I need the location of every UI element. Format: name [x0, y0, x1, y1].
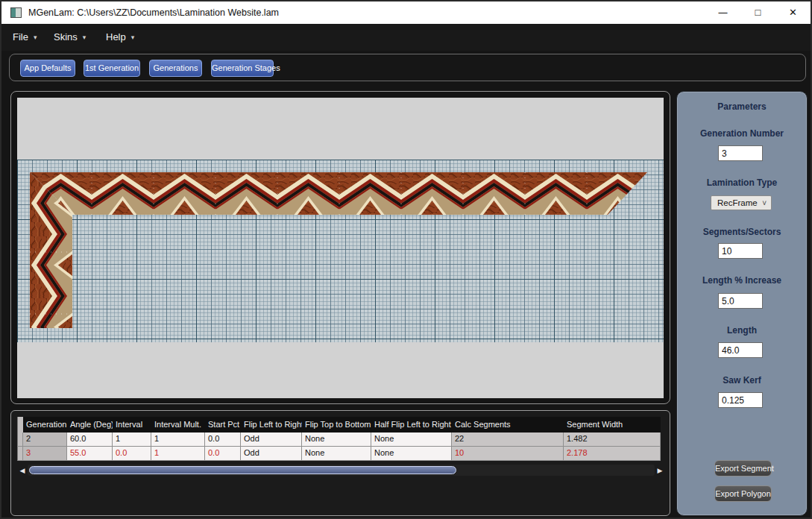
length-label: Length	[677, 325, 807, 336]
table-cell[interactable]: 22	[452, 432, 564, 447]
chevron-down-icon: ▾	[131, 34, 135, 41]
row-selector-header	[17, 417, 23, 432]
col-header-angle: Angle (Deg)	[67, 417, 113, 432]
table-cell[interactable]: None	[302, 447, 371, 461]
col-header-calc-segments: Calc Segments	[452, 417, 564, 432]
table-cell[interactable]: 3	[23, 447, 67, 461]
row-selector[interactable]	[17, 447, 23, 461]
table-cell[interactable]: Odd	[241, 432, 302, 447]
col-header-start-pct: Start Pct	[205, 417, 241, 432]
table-cell[interactable]: 1	[151, 432, 205, 447]
table-cell[interactable]: None	[371, 447, 452, 461]
lamination-canvas	[17, 98, 664, 398]
window-title: MGenLam: C:\Users\ZZ\Documents\Laminatio…	[28, 1, 279, 24]
length-pct-increase-input[interactable]	[718, 293, 763, 309]
col-header-interval-mult: Interval Mult.	[151, 417, 205, 432]
chevron-down-icon: ˅	[762, 197, 767, 210]
table-cell[interactable]: 55.0	[67, 447, 113, 461]
generation-number-input[interactable]	[718, 145, 763, 161]
lamination-canvas-panel	[10, 91, 670, 404]
scrollbar-thumb[interactable]	[29, 466, 456, 474]
export-segment-button[interactable]: Export Segment	[714, 460, 772, 476]
maximize-button[interactable]: □	[740, 1, 775, 24]
menu-help[interactable]: Help▾	[106, 24, 134, 51]
generations-button[interactable]: Generations	[149, 60, 202, 77]
table-cell[interactable]: 1	[113, 432, 151, 447]
window-controls: — □ ✕	[705, 1, 811, 24]
table-cell[interactable]: 0.0	[113, 447, 151, 461]
generations-table: Generation Angle (Deg) Interval Interval…	[17, 417, 661, 461]
col-header-segment-width: Segment Width	[564, 417, 661, 432]
segments-sectors-input[interactable]	[718, 243, 763, 259]
col-header-interval: Interval	[113, 417, 151, 432]
chevron-down-icon: ▾	[34, 34, 37, 41]
table-cell[interactable]: 1	[151, 447, 205, 461]
generations-table-panel: Generation Angle (Deg) Interval Interval…	[10, 410, 670, 516]
scrollbar-track[interactable]	[28, 465, 655, 476]
lamination-type-label: Lamination Type	[677, 177, 807, 188]
menu-skins[interactable]: Skins▾	[54, 24, 86, 51]
toolbar: App Defaults 1st Generation Generations …	[9, 54, 806, 81]
chevron-down-icon: ▾	[83, 34, 86, 41]
generation-stages-button[interactable]: Generation Stages	[211, 60, 274, 77]
col-header-flip-lr: Flip Left to Right	[241, 417, 302, 432]
lamination-type-select[interactable]: RecFrame ˅	[711, 195, 772, 210]
frame-top-band	[30, 172, 647, 215]
saw-kerf-label: Saw Kerf	[677, 375, 807, 386]
table-cell[interactable]: 0.0	[205, 447, 241, 461]
menu-bar: File▾ Skins▾ Help▾	[1, 24, 811, 51]
segments-sectors-label: Segments/Sectors	[677, 227, 807, 237]
minimize-button[interactable]: —	[705, 1, 740, 24]
table-cell[interactable]: 60.0	[67, 432, 113, 447]
col-header-generation: Generation	[23, 417, 67, 432]
lamination-preview	[30, 172, 649, 329]
length-pct-increase-label: Length % Increase	[677, 275, 807, 286]
first-generation-button[interactable]: 1st Generation	[84, 60, 140, 77]
title-bar: MGenLam: C:\Users\ZZ\Documents\Laminatio…	[1, 1, 811, 24]
table-cell[interactable]: 0.0	[205, 432, 241, 447]
export-polygon-button[interactable]: Export Polygon	[714, 485, 772, 502]
scroll-left-icon[interactable]: ◀	[17, 467, 28, 474]
parameters-panel: Parameters Generation Number Lamination …	[676, 91, 808, 516]
scroll-right-icon[interactable]: ▶	[655, 467, 665, 474]
col-header-flip-tb: Flip Top to Bottom	[302, 417, 371, 432]
table-cell[interactable]: 1.482	[564, 432, 661, 447]
table-cell[interactable]: 10	[452, 447, 564, 461]
table-cell[interactable]: Odd	[241, 447, 302, 461]
generation-number-label: Generation Number	[677, 128, 807, 139]
saw-kerf-input[interactable]	[718, 392, 763, 408]
table-horizontal-scrollbar: ◀ ▶	[17, 464, 665, 476]
close-button[interactable]: ✕	[775, 1, 811, 24]
menu-file[interactable]: File▾	[13, 24, 37, 51]
app-icon	[10, 7, 22, 18]
app-window: MGenLam: C:\Users\ZZ\Documents\Laminatio…	[0, 0, 812, 519]
table-cell[interactable]: None	[302, 432, 371, 447]
table-cell[interactable]: None	[371, 432, 452, 447]
length-input[interactable]	[718, 342, 763, 358]
col-header-half-flip-lr: Half Flip Left to Right	[371, 417, 452, 432]
panel-title: Parameters	[677, 101, 807, 112]
row-selector[interactable]	[17, 432, 23, 447]
table-cell[interactable]: 2	[23, 432, 67, 447]
table-cell[interactable]: 2.178	[564, 447, 661, 461]
app-defaults-button[interactable]: App Defaults	[20, 60, 75, 77]
